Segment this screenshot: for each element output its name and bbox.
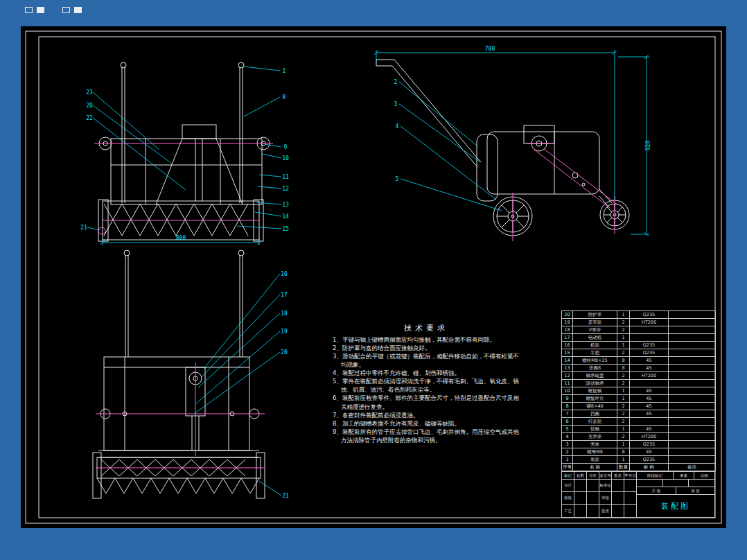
parts-table-cell: 螺母M8 [573,448,617,456]
parts-table-cell [669,319,716,326]
parts-table-cell [630,326,669,334]
parts-table-cell [669,387,716,395]
parts-table-cell: 45 [630,403,669,410]
parts-table-cell [669,349,716,357]
parts-table-row: 19皮带轮2HT200 [562,319,716,326]
technical-requirement-item: 1、平键与轴上键槽两侧面应均匀接触，其配合面不得有间隙。 [333,335,520,344]
parts-table-row: 20防护罩1Q235 [562,311,716,319]
parts-table-row: 13垫圈8845 [562,365,716,372]
callout-number: 13 [282,202,289,208]
callout-number: 14 [282,213,289,220]
parts-table-cell: 轮轴 [573,426,617,433]
parts-table-cell [669,410,716,418]
callout-number: 12 [282,186,289,192]
parts-table-cell [669,357,716,365]
sheet-total-label: 共 张 [637,487,676,494]
parts-table-cell: 8 [617,448,630,456]
parts-table-cell: 滚动轴承 [573,380,617,387]
parts-table-cell: 12 [562,372,573,380]
title-block-cell [574,480,587,491]
parts-table-cell: 1 [617,441,630,448]
parts-table-row: 17电动机1 [562,334,716,342]
parts-table-cell: 19 [562,319,573,326]
title-block-cell [612,480,624,491]
parts-table-cell: 1 [617,311,630,319]
parts-table-cell: 3 [562,441,573,448]
title-block-cell: 标记 [562,472,574,479]
parts-table-row: 7挡圈245 [562,410,716,418]
parts-table-cell: HT200 [630,433,669,441]
parts-table-cell: 8 [562,403,573,410]
dimension-label: 800 [176,235,186,241]
parts-table-header: 序号 [562,464,573,471]
fold-mark-icon [25,7,33,13]
title-block-cell [587,492,599,504]
callout-number: 20 [281,349,288,356]
parts-table-row: 14螺栓M8×25845 [562,357,716,365]
title-block-cell [612,505,624,517]
parts-table-cell: 底架 [573,456,617,464]
parts-table-cell: 挡圈 [573,410,617,418]
parts-table-cell [669,311,716,319]
parts-table-cell: 1 [562,456,573,464]
technical-requirement-item: 7、各密封件装配前必须浸透油。 [333,411,520,419]
title-block-cell [624,492,636,504]
parts-table-cell: 9 [562,395,573,403]
parts-table-cell: Q235 [630,342,669,349]
parts-table-cell: 4 [562,433,573,441]
technical-requirement-item: 4、装配过程中零件不允许磕、碰、划伤和锈蚀。 [333,369,520,377]
parts-table-cell: 45 [630,365,669,372]
parts-table-cell [669,426,716,433]
parts-table-cell: 支承座 [573,433,617,441]
parts-table-cell [669,403,716,410]
parts-table-cell: 手把 [573,349,617,357]
technical-requirement-item: 2、防护罩与盘的结合面应接触良好。 [333,344,520,352]
parts-table-cell: 皮带轮 [573,319,617,326]
title-block-cell [612,492,624,504]
rear-view [93,250,265,498]
parts-table-cell: 17 [562,334,573,342]
parts-table-cell: 13 [562,365,573,372]
drawing-name: 装配图 [637,495,714,517]
callout-number: 19 [281,329,288,335]
title-block-cell [587,480,599,491]
technical-requirement-item: 3、滑动配合的平键（或花键）装配后，相配件移动自如，不得有松紧不均现象。 [333,352,520,369]
parts-table-cell: 6 [562,418,573,426]
title-block-cell: 分区 [587,472,599,479]
callout-number: 3 [394,101,398,107]
parts-table-cell: 机架 [573,342,617,349]
parts-table-cell: 45 [630,387,669,395]
parts-table-cell: 2 [617,349,630,357]
parts-table-cell: 1 [617,426,630,433]
parts-table-cell: Q235 [630,441,669,448]
technical-requirement-item: 8、加工的键槽表面不允许有黑皮、磕碰等缺陷。 [333,419,520,428]
parts-table-cell [669,448,716,456]
parts-table-cell: 45 [630,357,669,365]
parts-table-row: 6行走轮2 [562,418,716,426]
title-block-cell [587,505,599,517]
parts-table-row: 1底架1Q235 [562,456,716,464]
callout-number: 22 [86,115,93,121]
parts-table-cell: 螺旋轴 [573,387,617,395]
callout-number: 4 [396,123,399,130]
parts-table-cell: 2 [617,418,630,426]
parts-table-cell: 2 [617,319,630,326]
parts-table-cell [630,418,669,426]
parts-table-cell: 1 [617,387,630,395]
title-block-cell: 工艺 [562,505,574,517]
parts-table-cell [669,418,716,426]
sheet-number-label: 第 张 [676,487,715,494]
parts-table-cell: 8 [617,365,630,372]
callout-number: 17 [281,292,288,298]
parts-table-cell: 45 [630,448,669,456]
title-block-cell: 标准化 [599,480,612,491]
parts-table-cell: 2 [617,403,630,410]
parts-table-row: 18V形带2 [562,326,716,334]
callout-number: 21 [80,225,87,231]
parts-table-cell: HT200 [630,319,669,326]
parts-table-cell: HT200 [630,372,669,380]
callout-number: 21 [282,493,289,499]
parts-table-row: 16机架1Q235 [562,342,716,349]
parts-table-cell: 垫圈8 [573,365,617,372]
title-block-cell: 设计 [562,480,574,491]
